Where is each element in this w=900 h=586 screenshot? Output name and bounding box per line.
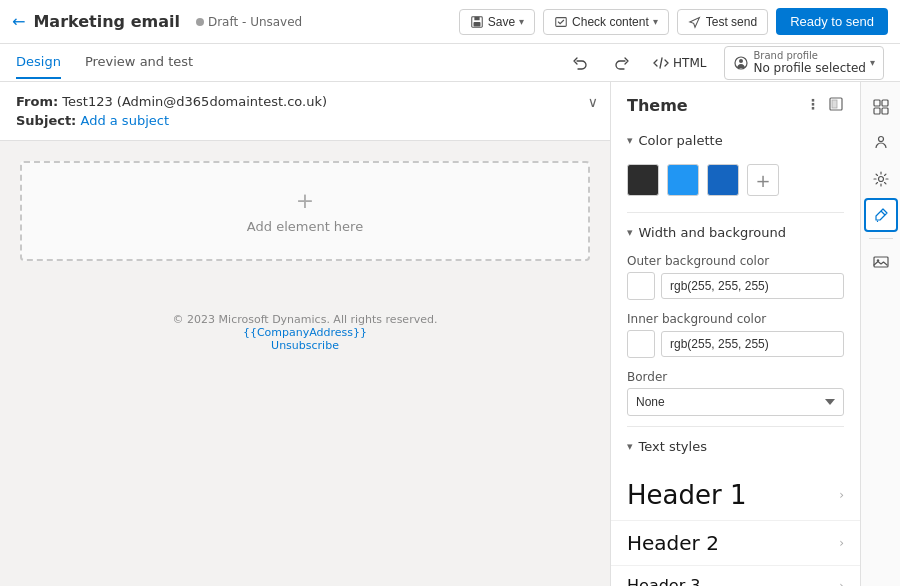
color-palette: +	[611, 156, 860, 208]
outer-bg-group: Outer background color	[611, 248, 860, 306]
from-label: From:	[16, 94, 58, 109]
check-content-button[interactable]: Check content ▾	[543, 9, 669, 35]
svg-point-12	[878, 137, 883, 142]
tabbar-tools: HTML Brand profile No profile selected ▾	[567, 46, 884, 80]
text-styles-section-header[interactable]: ▾ Text styles	[611, 431, 860, 462]
back-button[interactable]: ←	[12, 12, 25, 31]
email-body: + Add element here	[0, 141, 610, 301]
header2-item[interactable]: Header 2 ›	[611, 521, 860, 566]
add-element-label: Add element here	[247, 219, 363, 234]
color-palette-chevron: ▾	[627, 134, 633, 147]
save-button[interactable]: Save ▾	[459, 9, 535, 35]
html-icon	[653, 55, 669, 71]
toolbar-divider	[869, 238, 893, 239]
status-badge: Draft - Unsaved	[196, 15, 302, 29]
unsubscribe-link[interactable]: Unsubscribe	[271, 339, 339, 352]
color-swatch-blue-dark[interactable]	[707, 164, 739, 196]
brand-profile-selector[interactable]: Brand profile No profile selected ▾	[724, 46, 884, 80]
save-chevron[interactable]: ▾	[519, 16, 524, 27]
tab-preview[interactable]: Preview and test	[85, 46, 193, 79]
inner-bg-input[interactable]	[661, 331, 844, 357]
layout-icon	[873, 99, 889, 115]
subject-row: Subject: Add a subject	[16, 113, 594, 128]
check-content-icon	[554, 15, 568, 29]
width-background-section-header[interactable]: ▾ Width and background	[611, 217, 860, 248]
width-background-chevron: ▾	[627, 226, 633, 239]
redo-button[interactable]	[607, 51, 635, 75]
svg-rect-9	[882, 100, 888, 106]
footer-company: {{CompanyAddress}}	[12, 326, 598, 339]
footer-copyright: © 2023 Microsoft Dynamics. All rights re…	[12, 313, 598, 326]
svg-rect-2	[473, 22, 480, 26]
header2-label: Header 2	[627, 531, 719, 555]
svg-rect-10	[874, 108, 880, 114]
text-styles-label: Text styles	[639, 439, 707, 454]
add-color-button[interactable]: +	[747, 164, 779, 196]
inner-bg-label: Inner background color	[627, 312, 844, 326]
elements-icon	[873, 135, 889, 151]
page-title: Marketing email	[33, 12, 180, 31]
styles-tool-button[interactable]	[864, 198, 898, 232]
elements-tool-button[interactable]	[864, 126, 898, 160]
divider-2	[627, 426, 844, 427]
header1-chevron: ›	[839, 488, 844, 502]
main-content: From: Test123 (Admin@d365domaintest.co.u…	[0, 82, 900, 586]
undo-button[interactable]	[567, 51, 595, 75]
settings-tool-button[interactable]	[864, 162, 898, 196]
svg-point-13	[878, 177, 883, 182]
images-icon	[873, 254, 889, 270]
icon-toolbar	[860, 82, 900, 586]
topbar: ← Marketing email Draft - Unsaved Save ▾…	[0, 0, 900, 44]
collapse-header-button[interactable]: ∨	[588, 94, 598, 110]
border-group: Border None Solid Dashed Dotted	[611, 364, 860, 422]
theme-panel-title: Theme ⋮	[611, 82, 860, 125]
divider-1	[627, 212, 844, 213]
width-background-label: Width and background	[639, 225, 786, 240]
from-value: Test123 (Admin@d365domaintest.co.uk)	[62, 94, 327, 109]
svg-rect-15	[874, 257, 888, 267]
test-send-button[interactable]: Test send	[677, 9, 768, 35]
svg-rect-7	[832, 100, 837, 108]
from-row: From: Test123 (Admin@d365domaintest.co.u…	[16, 94, 594, 109]
status-text: Draft - Unsaved	[208, 15, 302, 29]
layout-tool-button[interactable]	[864, 90, 898, 124]
color-palette-section-header[interactable]: ▾ Color palette	[611, 125, 860, 156]
outer-bg-input[interactable]	[661, 273, 844, 299]
svg-point-5	[739, 59, 743, 63]
tabbar: Design Preview and test HTML	[0, 44, 900, 82]
tab-design[interactable]: Design	[16, 46, 61, 79]
brand-profile-value: No profile selected	[753, 61, 866, 75]
brand-profile-label: Brand profile	[753, 51, 866, 61]
subject-link[interactable]: Add a subject	[80, 113, 169, 128]
svg-rect-1	[474, 16, 479, 20]
theme-more-icon[interactable]: ⋮	[806, 96, 820, 115]
styles-icon	[873, 207, 889, 223]
save-icon	[470, 15, 484, 29]
svg-rect-11	[882, 108, 888, 114]
text-styles-chevron: ▾	[627, 440, 633, 453]
html-button[interactable]: HTML	[647, 51, 712, 75]
border-label: Border	[627, 370, 844, 384]
theme-panel: Theme ⋮ ▾ Color palette +	[610, 82, 860, 586]
settings-icon	[873, 171, 889, 187]
color-swatch-dark[interactable]	[627, 164, 659, 196]
svg-rect-8	[874, 100, 880, 106]
ready-send-button[interactable]: Ready to send	[776, 8, 888, 35]
status-dot	[196, 18, 204, 26]
color-swatch-blue-light[interactable]	[667, 164, 699, 196]
brand-profile-chevron[interactable]: ▾	[870, 57, 875, 68]
header3-item[interactable]: Header 3 ›	[611, 566, 860, 586]
email-header: From: Test123 (Admin@d365domaintest.co.u…	[0, 82, 610, 141]
outer-bg-color-preview[interactable]	[627, 272, 655, 300]
email-footer: © 2023 Microsoft Dynamics. All rights re…	[0, 301, 610, 364]
check-content-chevron[interactable]: ▾	[653, 16, 658, 27]
outer-bg-label: Outer background color	[627, 254, 844, 268]
border-select[interactable]: None Solid Dashed Dotted	[627, 388, 844, 416]
add-element-area[interactable]: + Add element here	[20, 161, 590, 261]
add-element-plus-icon: +	[296, 188, 314, 213]
header1-item[interactable]: Header 1 ›	[611, 470, 860, 521]
redo-icon	[613, 55, 629, 71]
inner-bg-color-preview[interactable]	[627, 330, 655, 358]
theme-expand-icon[interactable]	[828, 96, 844, 115]
images-tool-button[interactable]	[864, 245, 898, 279]
